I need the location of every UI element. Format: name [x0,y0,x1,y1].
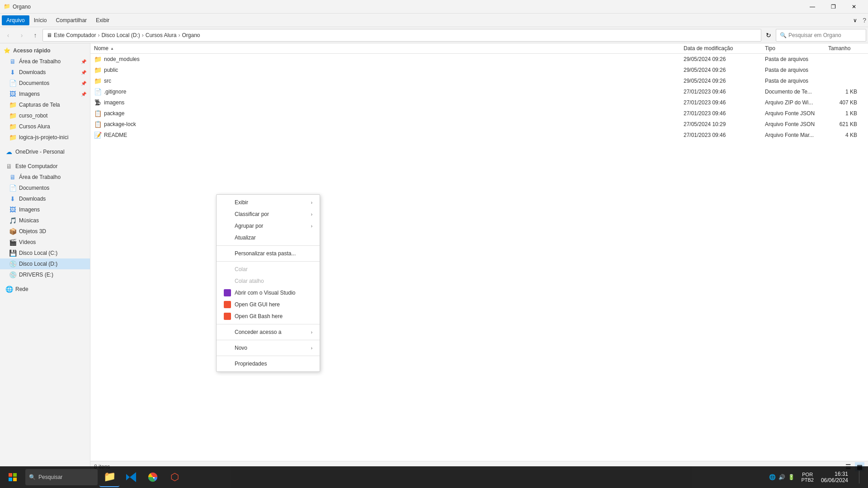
pc-music-icon: 🎵 [9,217,16,224]
addressbar: ‹ › ↑ 🖥 Este Computador › Disco Local (D… [0,27,868,43]
file-size-cell: 621 KB [828,121,864,127]
sidebar-item-logica[interactable]: 📁 logica-js-projeto-inici [0,132,90,143]
sidebar: ⭐ Acesso rápido 🖥 Área de Trabalho 📌 ⬇ D… [0,43,90,472]
sidebar-item-curso-robot[interactable]: 📁 curso_robot [0,110,90,121]
pc-videos-icon: 🎬 [9,239,16,246]
maximize-button[interactable]: ❐ [823,0,844,14]
forward-button[interactable]: › [15,29,28,42]
col-size-header[interactable]: Tamanho [828,45,864,52]
breadcrumb-pc[interactable]: Este Computador [54,32,96,38]
sidebar-item-disk-d[interactable]: 💿 Disco Local (D:) [0,258,90,269]
table-row[interactable]: 🗜 imagens 27/01/2023 09:46 Arquivo ZIP d… [90,97,868,108]
menu-inicio[interactable]: Início [29,15,52,25]
table-row[interactable]: 📁 public 29/05/2024 09:26 Pasta de arqui… [90,65,868,75]
table-row[interactable]: 📄 .gitignore 27/01/2023 09:46 Documento … [90,86,868,97]
rede-icon: 🌐 [5,286,13,293]
sidebar-item-pc-music[interactable]: 🎵 Músicas [0,215,90,226]
taskbar-clock[interactable]: 16:31 06/06/2024 [817,471,852,483]
ctx-item-label: Exibir [235,199,248,206]
table-row[interactable]: 📁 node_modules 29/05/2024 09:26 Pasta de… [90,54,868,65]
file-size-cell: 407 KB [828,99,864,106]
ctx-item-icon [224,289,231,296]
menu-expand-icon[interactable]: ∨ [849,15,861,25]
col-name-header[interactable]: Nome ▲ [94,45,684,52]
table-row[interactable]: 📁 src 29/05/2024 09:26 Pasta de arquivos [90,75,868,86]
up-button[interactable]: ↑ [29,29,42,42]
taskbar-search[interactable]: 🔍 Pesquisar [25,469,98,485]
back-button[interactable]: ‹ [2,29,14,42]
sidebar-item-disk-e[interactable]: 💿 DRIVERS (E:) [0,269,90,280]
context-menu-item[interactable]: Personalizar esta pasta... [217,248,320,259]
start-button[interactable] [2,466,24,488]
sidebar-item-pc-images[interactable]: 🖼 Imagens [0,204,90,215]
ctx-item-label: Agrupar por [235,223,263,229]
window-title: Organo [13,4,802,10]
table-row[interactable]: 📋 package-lock 27/05/2024 10:29 Arquivo … [90,119,868,130]
breadcrumb-cursosalura[interactable]: Cursos Alura [146,32,177,38]
sidebar-onedrive[interactable]: ☁ OneDrive - Personal [0,146,90,157]
help-icon[interactable]: ? [863,17,866,24]
sidebar-item-desktop[interactable]: 🖥 Área de Trabalho 📌 [0,56,90,67]
downloads-icon: ⬇ [9,69,16,76]
context-menu-item[interactable]: Novo› [217,342,320,354]
context-menu-item[interactable]: Abrir com o Visual Studio [217,287,320,299]
menu-arquivo[interactable]: Arquivo [2,15,29,25]
pin-icon-3: 📌 [81,81,86,86]
sidebar-item-capturas[interactable]: 📁 Capturas de Tela [0,99,90,110]
refresh-button[interactable]: ↻ [762,29,775,42]
sidebar-rede[interactable]: 🌐 Rede [0,284,90,295]
minimize-button[interactable]: — [802,0,823,14]
close-button[interactable]: ✕ [844,0,864,14]
ctx-item-icon-placeholder [224,199,231,206]
context-menu-item[interactable]: Open Git GUI here [217,299,320,310]
taskbar-file-explorer[interactable]: 📁 [99,467,119,487]
taskbar-chrome[interactable] [143,467,163,487]
show-desktop-button[interactable] [854,467,866,487]
sidebar-item-cursos-alura[interactable]: 📁 Cursos Alura [0,121,90,132]
sidebar-item-documents[interactable]: 📄 Documentos 📌 [0,78,90,89]
taskbar-git[interactable]: ⬡ [165,467,184,487]
file-date-cell: 27/01/2023 09:46 [684,110,765,117]
sidebar-item-pc-videos[interactable]: 🎬 Vídeos [0,237,90,248]
context-menu-item: Colar atalho [217,275,320,287]
sidebar-item-downloads[interactable]: ⬇ Downloads 📌 [0,67,90,78]
sidebar-item-pc-downloads[interactable]: ⬇ Downloads [0,193,90,204]
taskbar-search-icon: 🔍 [29,474,36,480]
context-menu-separator [217,356,320,356]
pc-desktop-icon: 🖥 [9,174,16,181]
context-menu-item[interactable]: Exibir› [217,197,320,208]
svg-marker-5 [130,472,136,482]
context-menu-item[interactable]: Atualizar [217,232,320,244]
sidebar-item-disk-c[interactable]: 💾 Disco Local (C:) [0,248,90,258]
taskbar-vs-code[interactable] [121,467,141,487]
sidebar-item-pc-documents[interactable]: 📄 Documentos [0,183,90,193]
search-box[interactable]: 🔍 [776,29,866,42]
menu-compartilhar[interactable]: Compartilhar [51,15,91,25]
ctx-item-label: Open Git Bash here [235,313,283,319]
context-menu-item[interactable]: Propriedades [217,358,320,370]
breadcrumb-disk[interactable]: Disco Local (D:) [101,32,140,38]
col-type-header[interactable]: Tipo [765,45,828,52]
sidebar-item-pc-desktop[interactable]: 🖥 Área de Trabalho [0,172,90,183]
file-type-icon: 📋 [94,121,101,128]
context-menu-item[interactable]: Agrupar por› [217,220,320,232]
sys-tray[interactable]: 🌐 🔊 🔋 [766,473,797,481]
table-row[interactable]: 📝 README 27/01/2023 09:46 Arquivo Fonte … [90,130,868,141]
context-menu-item[interactable]: Classificar por› [217,208,320,220]
disk-c-icon: 💾 [9,249,16,257]
file-name-cell: 📋 package-lock [94,121,684,128]
col-date-header[interactable]: Data de modificação [684,45,765,52]
menu-exibir[interactable]: Exibir [91,15,114,25]
search-input[interactable] [788,32,862,38]
file-type-icon: 📄 [94,88,101,95]
context-menu-item[interactable]: Open Git Bash here [217,310,320,322]
breadcrumb-organo[interactable]: Organo [182,32,200,38]
sidebar-item-images[interactable]: 🖼 Imagens 📌 [0,89,90,99]
svg-rect-0 [9,473,12,477]
file-type-cell: Arquivo ZIP do Wi... [765,99,828,106]
table-row[interactable]: 📋 package 27/01/2023 09:46 Arquivo Fonte… [90,108,868,119]
context-menu-item[interactable]: Conceder acesso a› [217,326,320,338]
sidebar-pc[interactable]: 🖥 Este Computador [0,161,90,172]
sidebar-item-pc-3d[interactable]: 📦 Objetos 3D [0,226,90,237]
sidebar-quick-access-header: ⭐ Acesso rápido [0,45,90,56]
